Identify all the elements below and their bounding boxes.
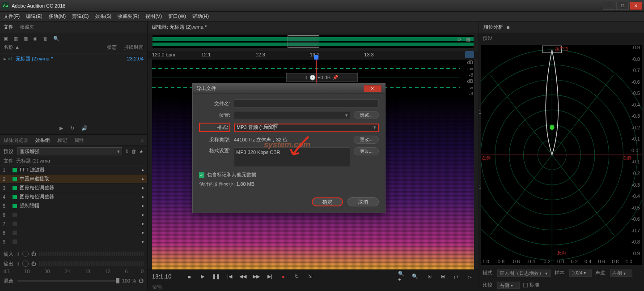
skip-selection-button[interactable]: ⇲: [305, 273, 314, 281]
menu-favorites[interactable]: 收藏夹(R): [118, 13, 139, 20]
samples-select[interactable]: 1024 ▾: [569, 270, 592, 277]
autoplay-icon[interactable]: 🔊: [81, 125, 88, 131]
zoom-in-v-icon[interactable]: ↕+: [452, 273, 461, 281]
headphones-icon[interactable]: [465, 51, 474, 58]
tab-properties[interactable]: 属性: [74, 137, 84, 144]
fx-toggle-icon[interactable]: [13, 177, 17, 181]
fx-row-4[interactable]: 4图形相位调整器▸: [0, 193, 147, 201]
file-list-row[interactable]: ▸ ≡⌇ 无标题 (2).wma * 23:2.04: [0, 54, 147, 64]
zoom-sel-icon[interactable]: ⊞: [438, 273, 447, 281]
overflow-icon[interactable]: »: [141, 137, 144, 143]
change-format-button[interactable]: 更改...: [354, 147, 379, 155]
overview-selection[interactable]: [288, 35, 320, 48]
output-gain-knob[interactable]: [22, 261, 29, 267]
fx-row-6[interactable]: 6▸: [0, 210, 147, 219]
fx-toggle-icon[interactable]: [13, 186, 17, 190]
menu-effects[interactable]: 效果(S): [95, 13, 112, 20]
window-minimize-button[interactable]: —: [603, 2, 615, 10]
scan-icon[interactable]: ⟳: [458, 37, 462, 43]
window-close-button[interactable]: ✕: [630, 2, 642, 10]
stop-button[interactable]: ■: [185, 273, 194, 281]
play-button[interactable]: ▶: [198, 273, 207, 281]
playhead-marker-icon[interactable]: [314, 55, 318, 60]
ok-button[interactable]: 确定: [312, 197, 343, 206]
time-display[interactable]: 13:1.10: [152, 273, 171, 280]
rewind-button[interactable]: ◀◀: [238, 273, 247, 281]
skip-start-button[interactable]: |◀: [225, 273, 234, 281]
zoom-out-icon[interactable]: 🔍-: [411, 273, 420, 281]
mix-slider[interactable]: [17, 280, 119, 282]
chevron-right-icon[interactable]: ▸: [142, 203, 144, 209]
fx-row-1[interactable]: 1FFT 滤波器▸: [0, 166, 147, 175]
bpm-display[interactable]: 120.0 bpm: [152, 52, 175, 57]
chevron-right-icon[interactable]: ▸: [142, 194, 144, 200]
play-icon[interactable]: ▶: [59, 125, 63, 131]
window-maximize-button[interactable]: ☐: [616, 2, 629, 10]
standard-checkbox[interactable]: [523, 283, 528, 287]
include-metadata-checkbox[interactable]: ✓: [199, 172, 204, 178]
browse-button[interactable]: 浏览...: [354, 111, 379, 119]
menu-window[interactable]: 窗口(W): [168, 13, 186, 20]
clip-gain-hud[interactable]: ⫴🕓+0 dB📌: [286, 73, 358, 82]
save-preset-icon[interactable]: ⇩: [125, 149, 129, 154]
menu-multitrack[interactable]: 多轨(M): [49, 13, 66, 20]
open-file-icon[interactable]: ▣: [4, 36, 8, 42]
grid-icon[interactable]: ▦: [466, 37, 470, 43]
dialog-close-button[interactable]: ✕: [364, 85, 381, 92]
record-icon[interactable]: ◉: [33, 36, 38, 42]
tab-markers[interactable]: 标记: [57, 137, 67, 144]
fx-row-7[interactable]: 7▸: [0, 219, 147, 228]
fx-toggle-icon[interactable]: [13, 168, 17, 172]
tab-effects-rack[interactable]: 效果组: [35, 137, 50, 144]
fx-row-3[interactable]: 3图形相位调整器▸: [0, 184, 147, 193]
preset-select[interactable]: 音乐增强: [17, 147, 122, 155]
fx-toggle-icon[interactable]: [13, 195, 17, 199]
tab-favorites[interactable]: 收藏夹: [20, 24, 34, 30]
tab-files[interactable]: 文件: [4, 24, 13, 30]
menu-help[interactable]: 帮助(H): [192, 13, 209, 20]
tab-media-browser[interactable]: 媒体浏览器: [4, 137, 28, 144]
delete-preset-icon[interactable]: 🗑: [131, 149, 136, 154]
favorite-icon[interactable]: ★: [139, 149, 144, 154]
chevron-right-icon[interactable]: ▸: [142, 176, 144, 182]
menu-clip[interactable]: 剪辑(C): [72, 13, 89, 20]
mode-select[interactable]: 直方图（日志增效） ▾: [497, 270, 551, 277]
menu-file[interactable]: 文件(F): [4, 13, 20, 20]
dialog-titlebar[interactable]: 导出文件 ✕: [193, 83, 385, 94]
trash-icon[interactable]: 🗑: [43, 36, 48, 41]
filename-input[interactable]: [234, 99, 379, 107]
col-status[interactable]: 状态: [94, 44, 117, 53]
input-gain-knob[interactable]: [22, 251, 29, 257]
menu-edit[interactable]: 编辑(E): [26, 13, 42, 20]
phase-preset-label[interactable]: 预设: [479, 33, 644, 43]
fx-row-5[interactable]: 5强制限幅▸: [0, 201, 147, 210]
channel-select[interactable]: 左侧 ▾: [610, 270, 632, 277]
forward-button[interactable]: ▶▶: [252, 273, 261, 281]
timeline-ruler[interactable]: 120.0 bpm 12:1 12:3 13:1 13:3: [148, 50, 479, 59]
fx-row-8[interactable]: 8▸: [0, 228, 147, 237]
phase-scope[interactable]: 超声道 左侧 右侧 反向 -0.9-0.8-0.7-0.6-0.5-0.4-0.…: [481, 45, 642, 265]
new-multi-icon[interactable]: ▦: [23, 36, 28, 42]
location-select[interactable]: [234, 111, 350, 119]
fx-row-9[interactable]: 9▸: [0, 237, 147, 246]
loop-button[interactable]: ↻: [292, 273, 301, 281]
record-button[interactable]: ●: [279, 273, 288, 281]
zoom-out-v-icon[interactable]: ↕-: [465, 273, 474, 281]
fx-row-2[interactable]: 2中置声道提取▸: [0, 175, 147, 184]
new-file-icon[interactable]: ▥: [13, 36, 18, 42]
col-duration[interactable]: 持续时间: [117, 44, 144, 53]
compare-select[interactable]: 右侧 ▾: [497, 282, 520, 289]
col-name[interactable]: 名称 ▲: [4, 44, 94, 53]
overview-waveform[interactable]: [152, 35, 474, 48]
pin-icon[interactable]: 📌: [332, 75, 339, 81]
chevron-right-icon[interactable]: ▸: [142, 185, 144, 191]
cancel-button[interactable]: 取消: [347, 197, 379, 206]
change-sample-button[interactable]: 更改...: [354, 136, 379, 144]
fx-toggle-icon[interactable]: [13, 204, 17, 208]
search-icon[interactable]: 🔍: [53, 36, 59, 42]
loop-icon[interactable]: ↻: [70, 125, 74, 131]
zoom-in-icon[interactable]: 🔍+: [398, 273, 407, 281]
skip-end-button[interactable]: ▶|: [265, 273, 274, 281]
menu-view[interactable]: 视图(V): [145, 13, 162, 20]
format-select[interactable]: MP3 音频 (*.mp3): [234, 124, 379, 132]
